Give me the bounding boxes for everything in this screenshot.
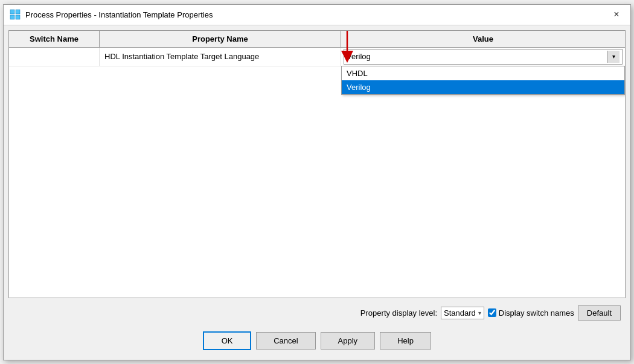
dropdown-arrow-icon[interactable]: ▾ (607, 51, 620, 63)
dropdown-current-value: Verilog (347, 52, 607, 61)
title-bar: Process Properties - Instantiation Templ… (4, 5, 630, 25)
display-level-select[interactable]: Standard ▾ (441, 307, 484, 319)
bottom-controls: Property display level: Standard ▾ Displ… (8, 303, 626, 323)
dropdown-popup: VHDL Verilog (341, 66, 625, 95)
display-switch-names-label: Display switch names (488, 308, 574, 318)
cell-value: Verilog ▾ VHDL Verilog (341, 48, 625, 66)
property-table: Switch Name Property Name Value HDL Inst… (8, 30, 626, 298)
display-level-label: Property display level: (360, 308, 437, 318)
checkbox-text: Display switch names (499, 308, 574, 318)
table-header: Switch Name Property Name Value (9, 31, 625, 48)
apply-button[interactable]: Apply (321, 332, 376, 350)
svg-rect-1 (16, 10, 20, 14)
ok-button[interactable]: OK (203, 331, 251, 350)
dropdown-option-vhdl[interactable]: VHDL (342, 66, 624, 80)
value-dropdown[interactable]: Verilog ▾ (344, 49, 623, 65)
col-value: Value (341, 31, 625, 47)
cancel-button[interactable]: Cancel (256, 332, 315, 350)
table-row: HDL Instantiation Template Target Langua… (9, 48, 625, 66)
help-button[interactable]: Help (380, 332, 431, 350)
cell-property-name: HDL Instantiation Template Target Langua… (100, 48, 341, 66)
app-icon (10, 9, 21, 20)
title-bar-left: Process Properties - Instantiation Templ… (10, 9, 213, 20)
display-switch-names-checkbox[interactable] (488, 308, 496, 317)
col-switch-name: Switch Name (9, 31, 100, 47)
display-level-value: Standard (444, 308, 476, 318)
svg-rect-0 (10, 10, 14, 14)
default-button[interactable]: Default (578, 305, 621, 321)
action-buttons: OK Cancel Apply Help (8, 328, 626, 355)
svg-rect-2 (10, 15, 14, 19)
table-body: HDL Instantiation Template Target Langua… (9, 48, 625, 66)
dropdown-option-verilog[interactable]: Verilog (342, 80, 624, 94)
col-property-name: Property Name (100, 31, 341, 47)
select-arrow-icon: ▾ (478, 310, 481, 316)
window-title: Process Properties - Instantiation Templ… (25, 10, 213, 19)
cell-switch-name (9, 48, 100, 66)
content-area: Switch Name Property Name Value HDL Inst… (4, 25, 630, 360)
svg-rect-3 (16, 15, 20, 19)
dialog: Process Properties - Instantiation Templ… (3, 4, 631, 360)
close-button[interactable]: × (609, 8, 624, 21)
